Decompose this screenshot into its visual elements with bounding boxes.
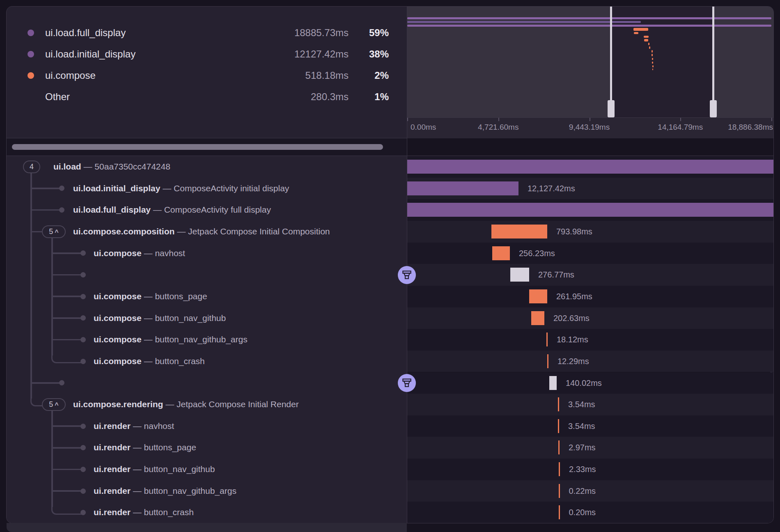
minimap-handle-grip-right[interactable] (710, 100, 717, 117)
legend-item[interactable]: ui.load.initial_display12127.42ms38% (7, 44, 407, 65)
tree-connector-branch (51, 274, 83, 276)
span-row[interactable]: 2.97ms (407, 437, 773, 459)
badge-count: 4 (30, 163, 34, 171)
tree-connector-elbow (51, 507, 84, 515)
tree-node-bullet (59, 380, 64, 385)
legend-op-name: ui.compose (45, 65, 96, 86)
legend-op-duration: 18885.73ms (294, 22, 349, 44)
separator: — (131, 507, 144, 517)
legend-op-duration: 280.3ms (311, 86, 349, 108)
span-count-badge[interactable]: 4 (23, 161, 40, 173)
span-op: ui.render (94, 464, 131, 474)
span-duration-label: 261.95ms (556, 286, 592, 307)
span-duration-label: 0.22ms (569, 480, 596, 502)
span-op: ui.load.full_display (73, 205, 151, 214)
span-detail: 50aa7350cc474248 (94, 162, 170, 171)
span-duration-label: 3.54ms (568, 415, 595, 437)
span-row[interactable]: 793.98ms (407, 221, 773, 243)
tree-bottom-scroll-area (7, 523, 407, 532)
span-row[interactable] (407, 156, 773, 178)
span-row[interactable]: 140.02ms (407, 372, 773, 394)
span-duration-bar (547, 354, 548, 368)
tree-row[interactable] (7, 372, 407, 394)
span-row[interactable]: 12.29ms (407, 351, 773, 372)
span-duration-bar (510, 268, 529, 282)
span-row[interactable]: 0.22ms (407, 480, 773, 502)
span-row[interactable]: 18.12ms (407, 329, 773, 351)
horizontal-scrollbar-track[interactable] (7, 138, 407, 156)
span-op: ui.compose (94, 313, 142, 323)
span-row[interactable] (407, 199, 773, 221)
horizontal-scrollbar-thumb[interactable] (12, 144, 383, 150)
span-row[interactable]: 256.23ms (407, 243, 773, 264)
minimap-load-span-bar (407, 25, 771, 27)
tree-node-bullet (59, 186, 64, 191)
separator: — (131, 486, 144, 495)
minimap-compose-span-bar (652, 62, 653, 64)
minimap-compose-span-bar (652, 58, 653, 60)
tree-row[interactable]: ui.load.full_display — ComposeActivity f… (7, 199, 407, 221)
missing-instrumentation-filter-button[interactable] (398, 374, 416, 392)
span-duration-label: 256.23ms (519, 243, 555, 264)
separator: — (81, 162, 95, 171)
tree-connector-elbow (51, 355, 84, 363)
span-row[interactable]: 0.20ms (407, 502, 773, 523)
legend-item[interactable]: ui.load.full_display18885.73ms59% (7, 22, 407, 44)
span-count-badge[interactable]: 5^ (42, 225, 66, 238)
trace-viewer-panel: ui.load.full_display18885.73ms59%ui.load… (7, 7, 773, 523)
tree-node-bullet (80, 272, 86, 277)
minimap-compose-span-bar (652, 69, 653, 70)
legend-item[interactable]: Other280.3ms1% (7, 86, 407, 108)
minimap-compose-span-bar (649, 46, 650, 49)
span-description: ui.load — 50aa7350cc474248 (53, 156, 170, 178)
minimap-chart[interactable] (407, 7, 773, 117)
minimap-compose-span-bar (652, 50, 653, 53)
separator: — (142, 335, 155, 344)
minimap-selection-window[interactable] (611, 7, 713, 117)
tree-connector-elbow (30, 399, 43, 406)
span-description: ui.render — buttons_page (94, 437, 196, 459)
tree-row[interactable]: 5^ui.compose.rendering — Jetpack Compose… (7, 394, 407, 415)
minimap-handle-grip-left[interactable] (608, 100, 615, 117)
minimap-compose-span-bar (644, 36, 649, 38)
span-duration-bar (549, 376, 557, 390)
span-duration-label: 202.63ms (553, 307, 590, 329)
badge-count: 5 (49, 400, 53, 409)
span-row[interactable]: 3.54ms (407, 394, 773, 415)
span-row[interactable]: 276.77ms (407, 264, 773, 286)
span-row[interactable]: 2.33ms (407, 459, 773, 480)
tree-row[interactable]: ui.load.initial_display — ComposeActivit… (7, 178, 407, 200)
legend-color-dot (28, 30, 34, 36)
span-duration-bar (546, 332, 548, 346)
span-row[interactable]: 3.54ms (407, 415, 773, 437)
span-row[interactable]: 12,127.42ms (407, 178, 773, 200)
span-row[interactable]: 261.95ms (407, 286, 773, 307)
minimap-load-span-bar (407, 17, 771, 19)
span-op: ui.compose (94, 248, 142, 258)
tree-row[interactable]: 5^ui.compose.composition — Jetpack Compo… (7, 221, 407, 243)
span-detail: navhost (144, 421, 174, 431)
tree-connector-line (30, 173, 32, 399)
tree-connector-branch (51, 296, 83, 297)
missing-instrumentation-filter-button[interactable] (398, 266, 416, 284)
minimap-compose-span-bar (652, 54, 653, 56)
span-description: ui.compose — buttons_page (94, 286, 207, 307)
span-detail: buttons_page (144, 443, 196, 452)
span-duration-bar (559, 505, 560, 519)
span-op: ui.compose (94, 335, 142, 344)
legend-item[interactable]: ui.compose518.18ms2% (7, 65, 407, 86)
span-count-badge[interactable]: 5^ (42, 398, 66, 411)
tree-row[interactable]: 4ui.load — 50aa7350cc474248 (7, 156, 407, 178)
span-op: ui.compose.rendering (73, 399, 163, 409)
span-duration-label: 140.02ms (566, 372, 602, 394)
tree-node-bullet (80, 424, 86, 429)
legend-op-name: ui.load.initial_display (45, 44, 135, 65)
legend-op-percent: 38% (369, 44, 389, 65)
scrollbar-row-right-spacer (407, 138, 773, 156)
span-row[interactable]: 202.63ms (407, 307, 773, 329)
span-description: ui.compose — button_nav_github_args (94, 329, 248, 351)
separator: — (142, 248, 155, 258)
trace-minimap[interactable]: 0.00ms4,721.60ms9,443.19ms14,164.79ms18,… (407, 7, 773, 138)
span-description: ui.render — button_nav_github (94, 459, 215, 480)
tree-node-bullet (80, 467, 86, 472)
